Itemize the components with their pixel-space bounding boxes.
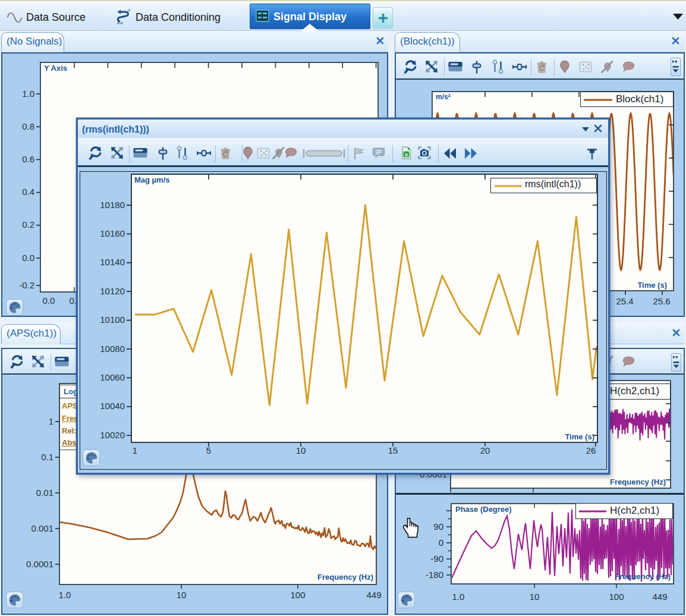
svg-text:x: x [405,152,408,158]
